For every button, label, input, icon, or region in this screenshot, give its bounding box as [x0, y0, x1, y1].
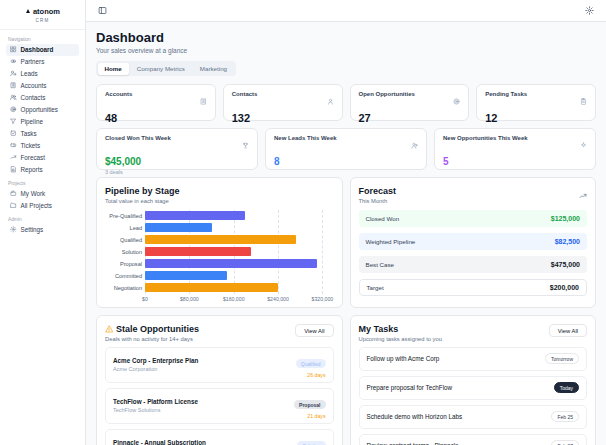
- due-badge: Tomorrow: [545, 353, 579, 364]
- week-card-value: $45,000: [105, 156, 249, 167]
- chart-category-label: Negotiation: [105, 282, 145, 294]
- stat-value: 12: [485, 112, 587, 124]
- chart-bar: [145, 211, 245, 220]
- stat-card-open-opportunities: Open Opportunities27: [350, 84, 470, 121]
- pipeline-chart-card: Pipeline by Stage Total value in each st…: [96, 177, 343, 308]
- forecast-row-value: $125,000: [551, 215, 580, 222]
- forecast-row-label: Weighted Pipeline: [366, 238, 416, 245]
- building-icon: [200, 91, 207, 109]
- bottom-row: Stale Opportunities Deals with no activi…: [96, 315, 596, 445]
- contacts-icon: [10, 94, 17, 101]
- page-title: Dashboard: [96, 30, 596, 45]
- sidebar-item-opportunities[interactable]: Opportunities: [6, 104, 79, 116]
- stage-badge: Solution: [297, 441, 325, 445]
- partners-icon: [10, 58, 17, 65]
- stale-opportunity-row[interactable]: Acme Corp - Enterprise PlanAcme Corporat…: [105, 347, 334, 383]
- sidebar-item-contacts[interactable]: Contacts: [6, 92, 79, 104]
- chart-subtitle: Total value in each stage: [105, 198, 334, 204]
- task-row[interactable]: Schedule demo with Horizon LabsFeb 25: [359, 405, 588, 429]
- trending-up-icon: [579, 186, 587, 203]
- chart-axis-tick: $80,000: [180, 296, 199, 302]
- forecast-row-value: $475,000: [551, 261, 580, 268]
- sidebar-item-forecast[interactable]: Forecast: [6, 152, 79, 164]
- topbar: [86, 0, 606, 22]
- stale-view-all-button[interactable]: View All: [295, 324, 333, 337]
- mid-row: Pipeline by Stage Total value in each st…: [96, 177, 596, 308]
- tab-marketing[interactable]: Marketing: [193, 63, 234, 75]
- sidebar-item-pipeline[interactable]: Pipeline: [6, 116, 79, 128]
- clipboard-icon: [580, 91, 587, 109]
- due-badge: Today: [554, 382, 579, 393]
- sidebar-item-label: Partners: [21, 58, 45, 65]
- forecast-card: Forecast This Month Closed Won$125,000We…: [350, 177, 597, 308]
- chart-category-label: Solution: [105, 246, 145, 258]
- sidebar-nav: NavigationDashboardPartnersLeadsAccounts…: [0, 30, 85, 238]
- week-card-label: Closed Won This Week: [105, 135, 171, 141]
- sidebar-item-dashboard[interactable]: Dashboard: [6, 44, 79, 56]
- sidebar-item-tasks[interactable]: Tasks: [6, 128, 79, 140]
- chart-bar: [145, 247, 251, 256]
- forecast-row-label: Closed Won: [366, 215, 400, 222]
- content: Dashboard Your sales overview at a glanc…: [86, 22, 606, 445]
- opportunity-name: Acme Corp - Enterprise Plan: [113, 357, 198, 364]
- settings-button[interactable]: [583, 4, 596, 17]
- week-card-new-leads-this-week: New Leads This Week8: [265, 128, 427, 170]
- stat-value: 48: [105, 112, 207, 124]
- sidebar-item-my-work[interactable]: My Work: [6, 188, 79, 200]
- task-row[interactable]: Prepare proposal for TechFlowToday: [359, 376, 588, 400]
- logo-subtext: CRM: [4, 18, 81, 23]
- sidebar-item-label: Reports: [21, 166, 43, 173]
- tab-company-metrics[interactable]: Company Metrics: [130, 63, 192, 75]
- tasks-view-all-button[interactable]: View All: [549, 324, 587, 337]
- dashboard-icon: [10, 46, 17, 53]
- my-work-icon: [10, 190, 17, 197]
- sidebar-item-accounts[interactable]: Accounts: [6, 80, 79, 92]
- stale-opportunities-card: Stale Opportunities Deals with no activi…: [96, 315, 343, 445]
- nav-section-label: Navigation: [8, 37, 77, 42]
- chart-bar: [145, 271, 227, 280]
- logo-icon: [25, 7, 31, 16]
- sidebar-item-label: Contacts: [21, 94, 46, 101]
- forecast-row: Best Case$475,000: [359, 256, 588, 273]
- week-card-new-opportunities-this-week: New Opportunities This Week5: [434, 128, 596, 170]
- sidebar-toggle-button[interactable]: [96, 4, 109, 17]
- users-icon: [327, 91, 334, 109]
- sidebar-item-partners[interactable]: Partners: [6, 56, 79, 68]
- stat-label: Contacts: [232, 91, 258, 97]
- task-row[interactable]: Review contract terms - PinnacleFeb 27: [359, 434, 588, 445]
- chart-bar: [145, 235, 296, 244]
- stale-opportunity-row[interactable]: Pinnacle - Annual SubscriptionPinnacle I…: [105, 429, 334, 445]
- stale-title: Stale Opportunities: [116, 324, 199, 334]
- task-row[interactable]: Follow up with Acme CorpTomorrow: [359, 347, 588, 371]
- forecast-row-label: Best Case: [366, 261, 395, 268]
- stale-opportunity-row[interactable]: TechFlow - Platform LicenseTechFlow Solu…: [105, 388, 334, 424]
- stats-row: Accounts48Contacts132Open Opportunities2…: [96, 84, 596, 121]
- sidebar-item-leads[interactable]: Leads: [6, 68, 79, 80]
- tasks-list: Follow up with Acme CorpTomorrowPrepare …: [359, 347, 588, 445]
- sidebar-item-label: Tasks: [21, 130, 37, 137]
- sidebar-item-label: Opportunities: [21, 106, 58, 113]
- task-name: Follow up with Acme Corp: [367, 355, 440, 362]
- logo-text: atonom: [33, 7, 60, 16]
- chart-category-label: Proposal: [105, 258, 145, 270]
- task-name: Prepare proposal for TechFlow: [367, 384, 453, 391]
- week-card-value: 5: [443, 156, 587, 167]
- my-tasks-card: My Tasks Upcoming tasks assigned to you …: [350, 315, 597, 445]
- tab-home[interactable]: Home: [98, 63, 129, 75]
- forecast-row-value: $200,000: [550, 284, 579, 291]
- sidebar-item-label: My Work: [21, 190, 46, 197]
- week-card-label: New Leads This Week: [274, 135, 337, 141]
- sidebar-item-all-projects[interactable]: All Projects: [6, 200, 79, 212]
- opportunity-company: Acme Corporation: [113, 366, 198, 372]
- stat-card-pending-tasks: Pending Tasks12: [476, 84, 596, 121]
- sidebar-item-label: Leads: [21, 70, 38, 77]
- chart-axis-tick: $0: [142, 296, 148, 302]
- chart-axis-tick: $240,000: [267, 296, 289, 302]
- sidebar-item-label: Pipeline: [21, 118, 43, 125]
- sidebar-item-settings[interactable]: Settings: [6, 224, 79, 236]
- sidebar-item-tickets[interactable]: Tickets: [6, 140, 79, 152]
- days-stale: 26 days: [296, 372, 326, 378]
- sidebar-item-reports[interactable]: Reports: [6, 164, 79, 176]
- settings-icon: [10, 226, 17, 233]
- forecast-row-label: Target: [367, 284, 384, 291]
